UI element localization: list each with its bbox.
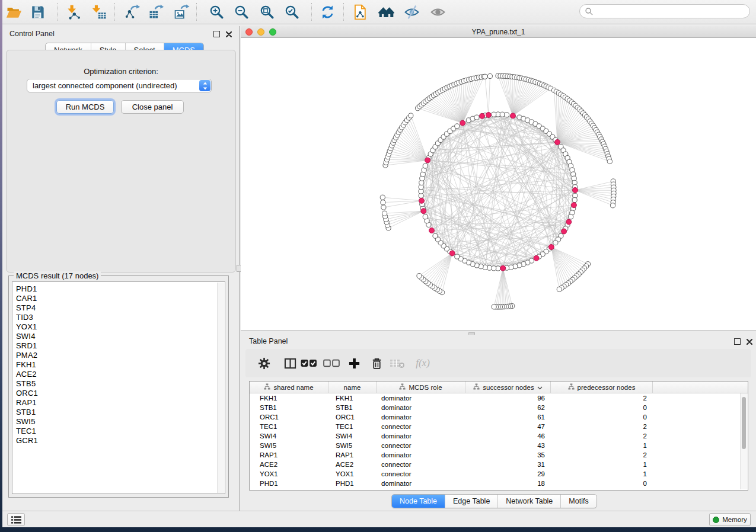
column-header-successor-nodes[interactable]: successor nodes	[465, 382, 551, 393]
show-columns-icon[interactable]	[280, 353, 300, 373]
network-canvas-svg	[241, 38, 756, 331]
tab-network-table[interactable]: Network Table	[497, 495, 560, 508]
run-mcds-button[interactable]: Run MCDS	[56, 100, 114, 114]
zoom-out-icon[interactable]	[231, 2, 251, 22]
refresh-layout-icon[interactable]	[317, 2, 337, 22]
table-cell: STB1	[328, 403, 377, 412]
mcds-result-list[interactable]: PHD1CAR1STP4TID3YOX1SWI4SRD1PMA2FKH1ACE2…	[12, 281, 225, 494]
optimization-select[interactable]: largest connected component (undirected)	[27, 79, 212, 92]
table-cell: YOX1	[250, 469, 328, 479]
table-row[interactable]: RAP1RAP1dominator352	[250, 450, 748, 460]
close-panel-icon[interactable]	[747, 339, 752, 345]
network-document-icon[interactable]	[349, 2, 369, 22]
table-cell: 29	[465, 469, 551, 479]
table-cell: PHD1	[328, 479, 377, 488]
mcds-result-item[interactable]: PMA2	[12, 351, 225, 360]
import-network-icon[interactable]	[63, 2, 84, 22]
deselect-all-icon[interactable]	[321, 353, 342, 373]
mcds-result-item[interactable]: FKH1	[12, 360, 225, 370]
mcds-result-item[interactable]: STB1	[12, 408, 225, 417]
network-window-titlebar[interactable]: YPA_prune.txt_1	[241, 26, 756, 38]
tab-node-table[interactable]: Node Table	[392, 495, 445, 508]
panel-menu-button[interactable]	[7, 513, 25, 526]
main-toolbar	[2, 0, 756, 24]
mcds-result-item[interactable]: YOX1	[12, 322, 225, 332]
mcds-result-group: MCDS result (17 nodes) PHD1CAR1STP4TID3Y…	[8, 275, 229, 498]
search-field[interactable]	[579, 4, 750, 18]
column-header-shared-name[interactable]: shared name	[250, 382, 328, 393]
table-row[interactable]: ORC1ORC1dominator610	[250, 412, 748, 422]
zoom-fit-icon[interactable]	[257, 2, 277, 22]
show-graphics-details-icon[interactable]	[428, 2, 448, 22]
node-table-rows: FKH1FKH1dominator962STB1STB1dominator620…	[250, 393, 748, 488]
network-canvas[interactable]	[241, 38, 756, 331]
table-cell: ORC1	[250, 412, 328, 422]
mcds-result-item[interactable]: TEC1	[12, 427, 225, 436]
hide-graphics-details-icon[interactable]	[401, 2, 422, 22]
select-all-icon[interactable]	[299, 353, 319, 373]
mcds-result-item[interactable]: RAP1	[12, 398, 225, 408]
search-input[interactable]	[596, 5, 749, 17]
float-panel-icon[interactable]	[734, 338, 741, 345]
float-panel-icon[interactable]	[213, 31, 220, 37]
memory-button[interactable]: Memory	[709, 513, 751, 526]
table-cell: RAP1	[328, 450, 377, 460]
table-row[interactable]: YOX1YOX1connector291	[250, 469, 748, 479]
column-header-MCDS-role[interactable]: MCDS role	[377, 382, 465, 393]
table-row[interactable]: SWI5SWI5connector431	[250, 441, 748, 450]
export-table-icon[interactable]	[146, 2, 166, 22]
table-row[interactable]: STB1STB1dominator620	[250, 403, 748, 412]
tree-icon	[568, 383, 575, 391]
node-table-header: shared namenameMCDS rolesuccessor nodesp…	[250, 382, 748, 393]
node-table: shared namenameMCDS rolesuccessor nodesp…	[249, 381, 748, 491]
mcds-result-item[interactable]: SWI4	[12, 332, 225, 341]
toolbar-separator	[311, 3, 312, 21]
import-table-icon[interactable]	[89, 2, 109, 22]
mcds-result-item[interactable]: ACE2	[12, 370, 225, 379]
table-row[interactable]: FKH1FKH1dominator962	[250, 393, 748, 403]
tab-edge-table[interactable]: Edge Table	[445, 495, 497, 508]
mcds-result-item[interactable]: STB5	[12, 379, 225, 389]
table-row[interactable]: PHD1PHD1dominator180	[250, 479, 748, 488]
mcds-result-item[interactable]: GCR1	[12, 436, 225, 446]
mcds-result-item[interactable]: STP4	[12, 303, 225, 313]
mcds-result-item[interactable]: TID3	[12, 313, 225, 322]
save-session-icon[interactable]	[27, 2, 47, 22]
node-table-scrollbar[interactable]	[740, 393, 747, 489]
zoom-selected-icon[interactable]	[282, 2, 302, 22]
table-cell: connector	[377, 460, 465, 469]
list-icon	[11, 515, 22, 524]
mcds-list-scrollbar[interactable]	[217, 283, 224, 493]
export-image-icon[interactable]	[171, 2, 192, 22]
open-session-icon[interactable]	[4, 2, 24, 22]
table-cell: 1	[551, 469, 653, 479]
table-cell: SWI5	[250, 441, 328, 450]
mcds-result-item[interactable]: CAR1	[12, 294, 225, 303]
table-cell: 61	[465, 412, 551, 422]
mcds-result-item[interactable]: SWI5	[12, 417, 225, 427]
home-neighbors-icon[interactable]	[376, 2, 396, 22]
zoom-in-icon[interactable]	[206, 2, 227, 22]
column-header-name[interactable]: name	[328, 382, 377, 393]
table-row[interactable]: ACE2ACE2connector311	[250, 460, 748, 469]
close-panel-button[interactable]: Close panel	[121, 100, 184, 114]
delete-column-trash-icon[interactable]	[366, 353, 387, 373]
table-settings-gear-icon[interactable]	[254, 353, 274, 373]
table-cell: TEC1	[328, 422, 377, 431]
close-panel-icon[interactable]	[226, 31, 232, 37]
table-cell: 1	[551, 460, 653, 469]
export-network-icon[interactable]	[122, 2, 142, 22]
mcds-result-item[interactable]: ORC1	[12, 389, 225, 398]
toolbar-separator	[343, 3, 344, 21]
table-cell: 35	[465, 450, 551, 460]
table-row[interactable]: SWI4SWI4dominator462	[250, 431, 748, 441]
mcds-result-item[interactable]: PHD1	[12, 284, 225, 294]
scrollbar-thumb[interactable]	[742, 397, 746, 449]
column-header-predecessor-nodes[interactable]: predecessor nodes	[551, 382, 653, 393]
mcds-result-item[interactable]: SRD1	[12, 341, 225, 351]
tab-motifs[interactable]: Motifs	[560, 495, 596, 508]
table-row[interactable]: TEC1TEC1connector472	[250, 422, 748, 431]
table-cell: 18	[465, 479, 551, 488]
add-column-icon[interactable]	[344, 353, 364, 373]
table-cell: FKH1	[328, 393, 377, 403]
